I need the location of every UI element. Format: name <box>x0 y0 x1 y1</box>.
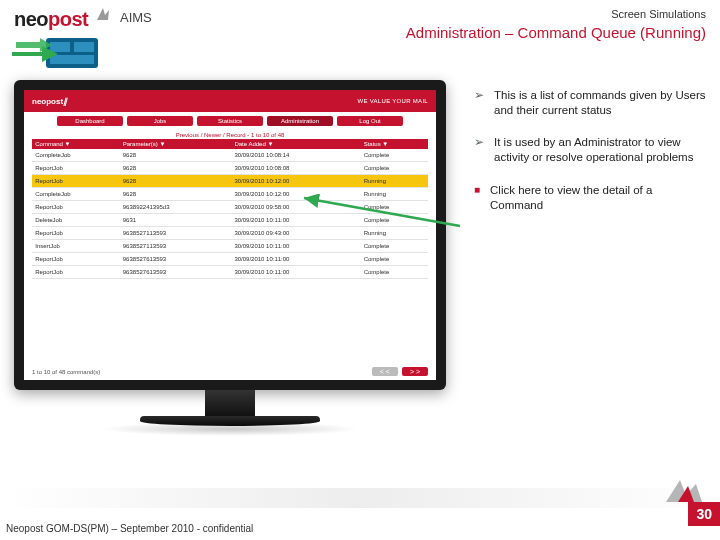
table-cell: Complete <box>361 149 428 162</box>
svg-rect-2 <box>74 42 94 52</box>
table-cell: Running <box>361 227 428 240</box>
table-cell: 30/09/2010 10:11:00 <box>231 253 360 266</box>
table-caption: Previous / Newer / Record - 1 to 10 of 4… <box>24 132 436 138</box>
table-cell: 30/09/2010 10:08:08 <box>231 162 360 175</box>
table-row[interactable]: ReportJob963892241395d330/09/2010 09:58:… <box>32 201 428 214</box>
table-cell: 9638527613593 <box>120 253 232 266</box>
table-cell: 30/09/2010 09:58:00 <box>231 201 360 214</box>
table-cell: 30/09/2010 10:12:00 <box>231 175 360 188</box>
table-cell: ReportJob <box>32 162 120 175</box>
page-number: 30 <box>688 502 720 526</box>
table-cell: 30/09/2010 10:11:00 <box>231 266 360 279</box>
footer-text: Neopost GOM-DS(PM) – September 2010 - co… <box>6 523 253 534</box>
note-text: This is a list of commands given by User… <box>494 88 706 117</box>
table-cell: ReportJob <box>32 253 120 266</box>
table-row[interactable]: ReportJob962830/09/2010 10:12:00Running <box>32 175 428 188</box>
table-cell: ReportJob <box>32 175 120 188</box>
table-row[interactable]: InsertJob963852711359330/09/2010 10:11:0… <box>32 240 428 253</box>
table-cell: Complete <box>361 162 428 175</box>
table-row[interactable]: ReportJob963852761359330/09/2010 10:11:0… <box>32 266 428 279</box>
note-item: ➢It is used by an Administrator to view … <box>474 135 706 164</box>
svg-rect-3 <box>50 55 94 64</box>
tab-administration[interactable]: Administration <box>267 116 333 126</box>
table-row[interactable]: ReportJob963852761359330/09/2010 10:11:0… <box>32 253 428 266</box>
table-cell: 9628 <box>120 162 232 175</box>
table-cell: DeleteJob <box>32 214 120 227</box>
pager-info: 1 to 10 of 48 command(s) <box>32 369 368 375</box>
table-cell: 9628 <box>120 149 232 162</box>
table-cell: 30/09/2010 09:43:00 <box>231 227 360 240</box>
pager-prev-button[interactable]: < < <box>372 367 398 376</box>
page-title: Administration – Command Queue (Running) <box>406 24 706 41</box>
table-cell: InsertJob <box>32 240 120 253</box>
table-cell: ReportJob <box>32 227 120 240</box>
column-header[interactable]: Status ▼ <box>361 139 428 149</box>
table-row[interactable]: CompleteJob962830/09/2010 10:08:14Comple… <box>32 149 428 162</box>
tab-log-out[interactable]: Log Out <box>337 116 403 126</box>
chevron-bullet-icon: ➢ <box>474 135 484 164</box>
app-slogan: WE VALUE YOUR MAIL <box>357 98 428 104</box>
table-cell: Running <box>361 175 428 188</box>
table-row[interactable]: DeleteJob963130/09/2010 10:11:00Complete <box>32 214 428 227</box>
table-cell: Complete <box>361 214 428 227</box>
app-logo: neopost∥ <box>32 97 67 106</box>
table-row[interactable]: ReportJob963852711359330/09/2010 09:43:0… <box>32 227 428 240</box>
table-cell: 30/09/2010 10:11:00 <box>231 240 360 253</box>
column-header[interactable]: Date Added ▼ <box>231 139 360 149</box>
pager-next-button[interactable]: > > <box>402 367 428 376</box>
table-cell: Complete <box>361 266 428 279</box>
note-item: ■Click here to view the detail of a Comm… <box>474 183 706 212</box>
table-cell: CompleteJob <box>32 149 120 162</box>
product-name: AIMS <box>120 10 152 25</box>
monitor-mockup: neopost∥ WE VALUE YOUR MAIL DashboardJob… <box>14 80 446 436</box>
table-cell: ReportJob <box>32 201 120 214</box>
decorative-band <box>0 488 720 508</box>
table-cell: Complete <box>361 240 428 253</box>
square-bullet-icon: ■ <box>474 184 480 212</box>
table-row[interactable]: CompleteJob962830/09/2010 10:12:00Runnin… <box>32 188 428 201</box>
note-item: ➢This is a list of commands given by Use… <box>474 88 706 117</box>
brand-mark-icon <box>95 6 111 22</box>
note-text: It is used by an Administrator to view a… <box>494 135 706 164</box>
table-cell: Complete <box>361 201 428 214</box>
note-text: Click here to view the detail of a Comma… <box>490 183 706 212</box>
supertitle: Screen Simulations <box>611 8 706 20</box>
svg-rect-1 <box>50 42 70 52</box>
table-cell: 963892241395d3 <box>120 201 232 214</box>
table-cell: ReportJob <box>32 266 120 279</box>
tab-dashboard[interactable]: Dashboard <box>57 116 123 126</box>
table-cell: 30/09/2010 10:12:00 <box>231 188 360 201</box>
footer-mark-icon <box>664 478 706 504</box>
app-screenshot: neopost∥ WE VALUE YOUR MAIL DashboardJob… <box>24 90 436 380</box>
chevron-bullet-icon: ➢ <box>474 88 484 117</box>
table-cell: 9628 <box>120 175 232 188</box>
table-row[interactable]: ReportJob962830/09/2010 10:08:08Complete <box>32 162 428 175</box>
table-cell: 9628 <box>120 188 232 201</box>
table-cell: 9638527113593 <box>120 240 232 253</box>
table-cell: 9638527113593 <box>120 227 232 240</box>
brand-logo: neopost <box>14 8 88 31</box>
column-header[interactable]: Command ▼ <box>32 139 120 149</box>
tab-statistics[interactable]: Statistics <box>197 116 263 126</box>
table-cell: 9638527613593 <box>120 266 232 279</box>
table-cell: 30/09/2010 10:11:00 <box>231 214 360 227</box>
table-cell: Complete <box>361 253 428 266</box>
tab-jobs[interactable]: Jobs <box>127 116 193 126</box>
table-cell: CompleteJob <box>32 188 120 201</box>
table-cell: 30/09/2010 10:08:14 <box>231 149 360 162</box>
column-header[interactable]: Parameter(s) ▼ <box>120 139 232 149</box>
table-cell: Running <box>361 188 428 201</box>
table-cell: 9631 <box>120 214 232 227</box>
